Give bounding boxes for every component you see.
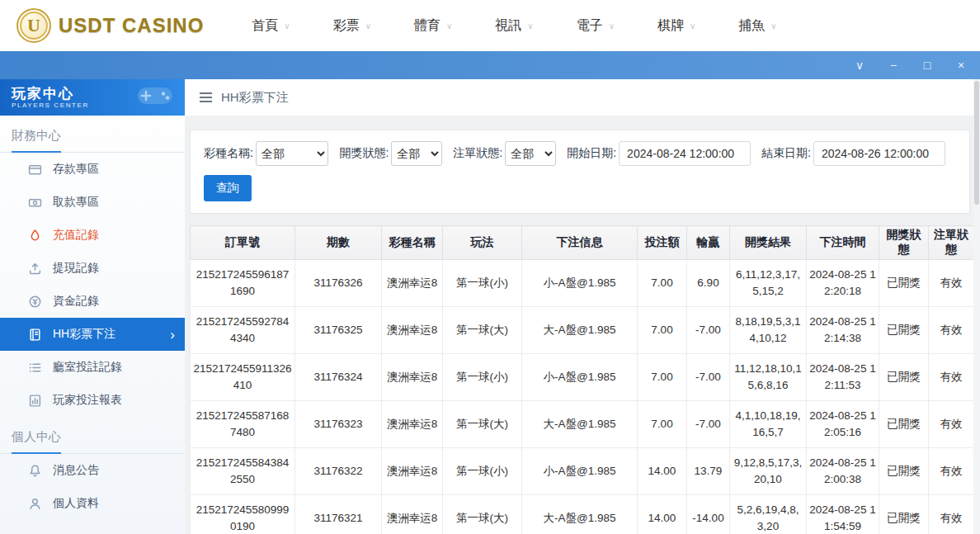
cell-win-loss: -7.00 [687,354,730,401]
cell-bet-amount: 7.00 [638,307,687,354]
nav-item-label: 電子 [577,17,603,35]
cell-order-number: 2152172455961871690 [191,260,295,307]
sidebar-item[interactable]: HH彩票下注› [0,318,185,351]
brand-logo[interactable]: U USDT CASINO [16,8,204,43]
lottery-icon [27,327,42,342]
column-header-win-loss: 輸贏 [687,226,730,260]
scrollbar[interactable] [973,79,980,534]
cell-period: 31176322 [295,448,382,495]
sidebar-sections: 財務中心存款專區取款專區充值記錄提現記錄資金記錄HH彩票下注›廳室投註記錄玩家投… [0,116,185,520]
cell-period: 31176323 [295,401,382,448]
draw-status-select-label: 開獎狀態: [339,146,389,161]
column-header-draw-result: 開獎結果 [730,226,807,260]
collapse-icon[interactable]: ∨ [854,59,865,71]
cell-bet-info: 大-A盤@1.985 [522,401,638,448]
cashout-icon [27,261,42,276]
sidebar-item-label: 提現記錄 [53,261,99,276]
players-center-header: 玩家中心 PLAYERS CENTER [0,79,185,116]
cell-play-type: 第一球(小) [443,260,522,307]
chevron-down-icon: ∨ [284,21,290,31]
sidebar-item-label: 廳室投註記錄 [53,360,122,375]
report-icon [27,393,42,408]
cell-draw-status: 已開獎 [879,495,929,534]
cell-order-status: 有效 [929,307,974,354]
cell-draw-status: 已開獎 [879,307,929,354]
sidebar-title: 玩家中心 [12,86,89,102]
nav-item[interactable]: 棋牌∨ [657,17,695,35]
sidebar-subtitle: PLAYERS CENTER [12,102,89,109]
cell-lottery-name: 澳洲幸运8 [382,260,443,307]
cell-bet-info: 小-A盤@1.985 [522,260,638,307]
sidebar-item[interactable]: 廳室投註記錄 [0,351,185,384]
nav-item-label: 視訊 [495,17,521,35]
cell-bet-time: 2024-08-25 12:14:38 [807,307,879,354]
chevron-down-icon: ∨ [365,21,371,31]
sidebar-item[interactable]: 消息公告 [0,454,185,487]
window-titlebar: ∨ − □ × [0,51,980,79]
column-header-period: 期數 [295,226,382,260]
cell-order-status: 有效 [929,260,974,307]
cell-bet-time: 2024-08-25 12:05:16 [807,401,879,448]
filter-row: 彩種名稱:全部開獎狀態:全部注單狀態:全部開始日期:結束日期: [204,141,956,166]
page-title: HH彩票下注 [221,90,289,106]
nav-item[interactable]: 電子∨ [577,17,615,35]
cell-bet-time: 2024-08-25 12:11:53 [807,354,879,401]
table-header-row: 訂單號期數彩種名稱玩法下注信息投注額輸贏開獎結果下注時間開獎狀態注單狀態 [191,226,974,260]
cell-win-loss: -7.00 [687,401,730,448]
cell-order-status: 有效 [929,401,974,448]
app-window: U USDT CASINO 首頁∨彩票∨體育∨視訊∨電子∨棋牌∨捕魚∨ ∨ − … [0,0,980,534]
lottery-select[interactable]: 全部 [256,141,329,166]
sidebar-item[interactable]: 取款專區 [0,186,185,219]
search-button[interactable]: 查詢 [204,175,252,201]
close-icon[interactable]: × [955,59,967,71]
menu-icon[interactable] [200,92,212,102]
table-row: 215217245587168748031176323澳洲幸运8第一球(大)大-… [191,401,974,448]
sidebar-item[interactable]: 資金記錄 [0,285,185,318]
column-header-play-type: 玩法 [443,226,522,260]
cell-draw-result: 4,1,10,18,19,16,5,7 [730,401,807,448]
nav-item[interactable]: 首頁∨ [252,17,290,35]
nav-item[interactable]: 視訊∨ [495,17,533,35]
chevron-right-icon: › [170,328,175,342]
sidebar-item[interactable]: 充值記錄 [0,219,185,252]
nav-item-label: 棋牌 [657,17,684,35]
cell-play-type: 第一球(小) [443,448,522,495]
cell-bet-amount: 14.00 [638,448,687,495]
minimize-icon[interactable]: − [888,59,899,71]
bets-table: 訂單號期數彩種名稱玩法下注信息投注額輸贏開獎結果下注時間開獎狀態注單狀態 215… [190,225,974,534]
sidebar-item[interactable]: 玩家投注報表 [0,384,185,417]
gamepad-icon [135,84,175,111]
nav-item-label: 首頁 [252,17,278,35]
chevron-down-icon: ∨ [609,21,615,31]
sidebar-item[interactable]: 個人資料 [0,487,185,520]
end-date-input[interactable] [813,141,945,166]
sidebar-item-label: 取款專區 [53,195,99,210]
nav-item[interactable]: 彩票∨ [333,17,371,35]
sidebar-item-label: 玩家投注報表 [53,393,122,408]
cell-order-status: 有效 [929,354,974,401]
table-row: 215217245592784434031176325澳洲幸运8第一球(大)大-… [191,307,974,354]
sidebar-item[interactable]: 存款專區 [0,153,185,186]
nav-item[interactable]: 捕魚∨ [738,17,776,35]
order-status-select[interactable]: 全部 [505,141,556,166]
column-header-bet-time: 下注時間 [807,226,879,260]
sidebar-item-label: 消息公告 [53,463,99,478]
cell-bet-time: 2024-08-25 11:54:59 [807,495,879,534]
bell-icon [27,463,42,478]
table-row: 215217245591132641031176324澳洲幸运8第一球(小)小-… [191,354,974,401]
start-date-input[interactable] [619,141,751,166]
nav-item[interactable]: 體育∨ [414,17,452,35]
maximize-icon[interactable]: □ [921,59,933,71]
cell-order-number: 2152172455927844340 [191,307,295,354]
draw-status-select[interactable]: 全部 [391,141,442,166]
cell-win-loss: -7.00 [687,307,730,354]
start-date-input-label: 開始日期: [567,146,616,161]
cell-win-loss: -14.00 [687,495,730,534]
sidebar-item[interactable]: 提現記錄 [0,252,185,285]
funds-icon [27,294,42,309]
cell-play-type: 第一球(大) [443,401,522,448]
nav-item-label: 體育 [414,17,441,35]
withdraw-icon [27,195,42,210]
scrollbar-thumb[interactable] [974,81,979,205]
sidebar-item-label: 存款專區 [53,162,99,177]
